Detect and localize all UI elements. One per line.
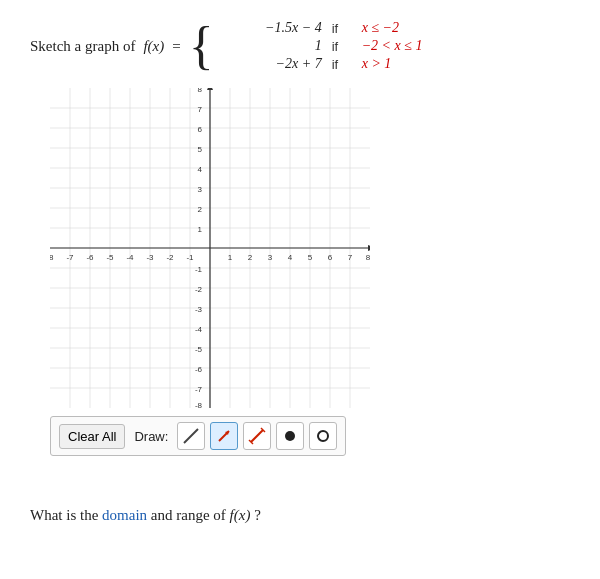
svg-text:-3: -3 bbox=[195, 305, 203, 314]
expr-1: −1.5x − 4 bbox=[222, 20, 332, 36]
domain-link[interactable]: domain bbox=[102, 507, 147, 523]
svg-text:2: 2 bbox=[198, 205, 203, 214]
graph-container: .grid-line { stroke: #ccc; stroke-width:… bbox=[30, 88, 570, 408]
svg-text:5: 5 bbox=[308, 253, 313, 262]
problem-statement: Sketch a graph of f(x) = { −1.5x − 4 if … bbox=[30, 20, 570, 72]
svg-text:6: 6 bbox=[328, 253, 333, 262]
piecewise-function: { −1.5x − 4 if x ≤ −2 1 if −2 < x ≤ 1 −2… bbox=[189, 20, 502, 72]
problem-prefix: Sketch a graph of bbox=[30, 38, 135, 55]
svg-text:-7: -7 bbox=[66, 253, 74, 262]
svg-text:-4: -4 bbox=[126, 253, 134, 262]
question-text-before: What is the bbox=[30, 507, 98, 523]
cond-1: x ≤ −2 bbox=[362, 20, 502, 36]
svg-text:-6: -6 bbox=[195, 365, 203, 374]
svg-text:-5: -5 bbox=[195, 345, 203, 354]
svg-text:3: 3 bbox=[268, 253, 273, 262]
question-function: f(x) bbox=[230, 507, 251, 523]
svg-text:5: 5 bbox=[198, 145, 203, 154]
draw-label: Draw: bbox=[134, 429, 168, 444]
dot-tool-button[interactable] bbox=[276, 422, 304, 450]
svg-text:3: 3 bbox=[198, 185, 203, 194]
svg-text:-2: -2 bbox=[166, 253, 174, 262]
expr-2: 1 bbox=[222, 38, 332, 54]
piecewise-row-2: 1 if −2 < x ≤ 1 bbox=[222, 38, 502, 54]
svg-marker-32 bbox=[368, 245, 370, 251]
line-tool-button[interactable] bbox=[177, 422, 205, 450]
svg-text:-8: -8 bbox=[50, 253, 54, 262]
if-3: if bbox=[332, 57, 362, 72]
expr-3: −2x + 7 bbox=[222, 56, 332, 72]
segment-tool-button[interactable] bbox=[243, 422, 271, 450]
svg-text:-1: -1 bbox=[195, 265, 203, 274]
svg-text:-6: -6 bbox=[86, 253, 94, 262]
question-text-after: ? bbox=[254, 507, 261, 523]
ray-tool-button[interactable] bbox=[210, 422, 238, 450]
cond-2: −2 < x ≤ 1 bbox=[362, 38, 502, 54]
svg-text:-2: -2 bbox=[195, 285, 203, 294]
svg-text:4: 4 bbox=[198, 165, 203, 174]
svg-text:7: 7 bbox=[198, 105, 203, 114]
svg-marker-33 bbox=[207, 88, 213, 90]
piecewise-row-3: −2x + 7 if x > 1 bbox=[222, 56, 502, 72]
svg-text:6: 6 bbox=[198, 125, 203, 134]
if-2: if bbox=[332, 39, 362, 54]
svg-text:-5: -5 bbox=[106, 253, 114, 262]
cond-3: x > 1 bbox=[362, 56, 502, 72]
svg-text:-4: -4 bbox=[195, 325, 203, 334]
svg-text:-8: -8 bbox=[195, 401, 203, 408]
piecewise-brace: { bbox=[189, 20, 214, 72]
piecewise-table: −1.5x − 4 if x ≤ −2 1 if −2 < x ≤ 1 −2x … bbox=[222, 20, 502, 72]
graph-area[interactable]: .grid-line { stroke: #ccc; stroke-width:… bbox=[50, 88, 370, 408]
svg-text:4: 4 bbox=[288, 253, 293, 262]
svg-text:7: 7 bbox=[348, 253, 353, 262]
clear-all-button[interactable]: Clear All bbox=[59, 424, 125, 449]
svg-line-69 bbox=[251, 430, 263, 442]
piecewise-row-1: −1.5x − 4 if x ≤ −2 bbox=[222, 20, 502, 36]
question-text-middle: and range of bbox=[151, 507, 230, 523]
svg-text:8: 8 bbox=[366, 253, 370, 262]
problem-function: f(x) bbox=[143, 38, 164, 55]
problem-equals: = bbox=[172, 38, 180, 55]
svg-text:1: 1 bbox=[198, 225, 203, 234]
svg-text:-7: -7 bbox=[195, 385, 203, 394]
svg-text:8: 8 bbox=[198, 88, 203, 94]
svg-point-72 bbox=[285, 431, 295, 441]
open-dot-tool-button[interactable] bbox=[309, 422, 337, 450]
svg-text:2: 2 bbox=[248, 253, 253, 262]
svg-text:1: 1 bbox=[228, 253, 233, 262]
svg-line-66 bbox=[184, 429, 198, 443]
svg-text:-1: -1 bbox=[186, 253, 194, 262]
if-1: if bbox=[332, 21, 362, 36]
graph-svg[interactable]: .grid-line { stroke: #ccc; stroke-width:… bbox=[50, 88, 370, 408]
svg-text:-3: -3 bbox=[146, 253, 154, 262]
toolbar: Clear All Draw: bbox=[50, 416, 346, 456]
svg-point-73 bbox=[318, 431, 328, 441]
bottom-question: What is the domain and range of f(x) ? bbox=[30, 507, 570, 524]
